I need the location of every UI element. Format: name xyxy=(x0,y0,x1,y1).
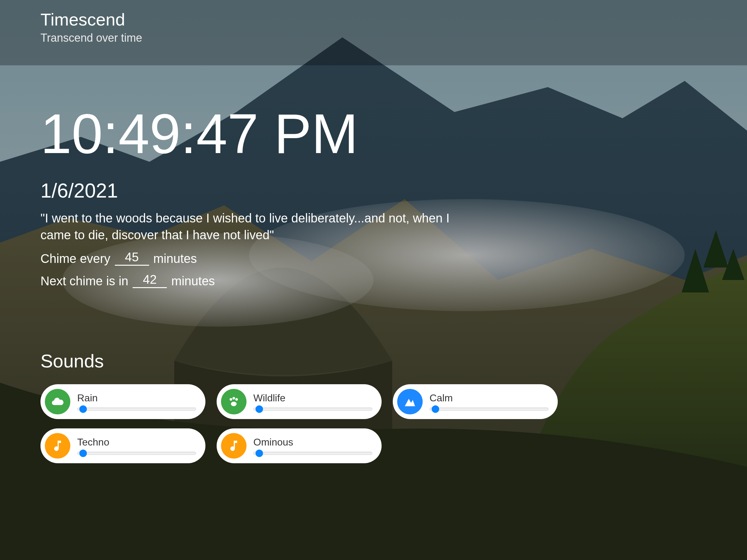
sound-grid: RainWildlifeCalmTechnoOminous xyxy=(41,384,706,463)
quote-text: "I went to the woods because I wished to… xyxy=(41,210,461,243)
next-chime-value: 42 xyxy=(133,272,167,288)
chime-every-prefix: Chime every xyxy=(41,252,110,266)
app-subtitle: Transcend over time xyxy=(41,31,747,45)
chime-every-suffix: minutes xyxy=(153,252,197,266)
sound-name: Ominous xyxy=(253,436,372,448)
volume-slider[interactable] xyxy=(77,451,196,455)
clock-time: 10:49:47 PM xyxy=(41,106,706,162)
next-chime-prefix: Next chime is in xyxy=(41,274,128,288)
sound-card[interactable]: Ominous xyxy=(216,428,382,463)
sounds-heading: Sounds xyxy=(41,350,706,372)
volume-slider[interactable] xyxy=(430,407,548,411)
chime-every-input[interactable]: 45 xyxy=(115,250,149,266)
sound-name: Techno xyxy=(77,436,196,448)
header-bar: Timescend Transcend over time xyxy=(0,0,747,65)
volume-slider[interactable] xyxy=(253,407,372,411)
main-content: 10:49:47 PM 1/6/2021 "I went to the wood… xyxy=(41,106,706,463)
volume-slider[interactable] xyxy=(253,451,372,455)
cloud-icon[interactable] xyxy=(45,389,70,415)
volume-slider[interactable] xyxy=(77,407,196,411)
chime-every-line: Chime every 45 minutes xyxy=(41,250,706,266)
sound-name: Rain xyxy=(77,392,196,404)
music-icon[interactable] xyxy=(221,433,247,459)
sound-card[interactable]: Calm xyxy=(393,384,558,419)
sound-card[interactable]: Techno xyxy=(41,428,205,463)
sound-name: Calm xyxy=(430,392,548,404)
music-icon[interactable] xyxy=(45,433,70,459)
paw-icon[interactable] xyxy=(221,389,247,415)
sound-card[interactable]: Wildlife xyxy=(216,384,382,419)
next-chime-line: Next chime is in 42 minutes xyxy=(41,272,706,288)
sound-name: Wildlife xyxy=(253,392,372,404)
sound-card[interactable]: Rain xyxy=(41,384,205,419)
mountain-icon[interactable] xyxy=(397,389,423,415)
next-chime-suffix: minutes xyxy=(171,274,215,288)
clock-date: 1/6/2021 xyxy=(41,179,706,202)
app-title: Timescend xyxy=(41,9,747,30)
